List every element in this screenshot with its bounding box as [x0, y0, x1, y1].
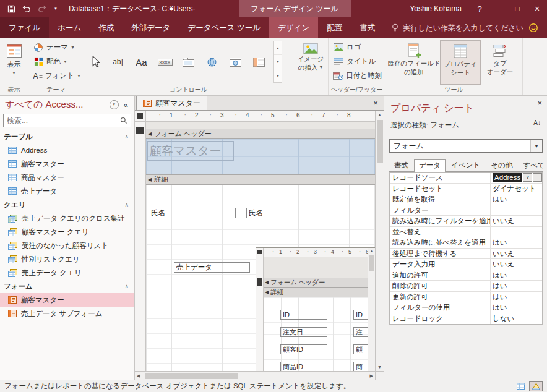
subform-field-label[interactable]: 注文日	[280, 327, 327, 337]
property-builder-button[interactable]: ...	[533, 173, 542, 182]
property-label[interactable]: 更新の許可	[390, 292, 491, 302]
property-value[interactable]: はい	[491, 302, 542, 313]
tab-control-button[interactable]	[177, 51, 200, 72]
property-value[interactable]: いいえ	[491, 216, 542, 226]
navigation-control-button[interactable]	[248, 51, 270, 72]
property-value[interactable]: はい	[491, 281, 542, 291]
horizontal-scrollbar[interactable]: ◀ ▶	[135, 371, 375, 380]
tab-home[interactable]: ホーム	[49, 17, 90, 38]
vertical-scrollbar[interactable]: ▲ ▼	[375, 111, 384, 371]
nav-item[interactable]: Address	[0, 143, 134, 157]
name-textbox-control[interactable]: 氏名	[246, 208, 366, 218]
property-tab-all[interactable]: すべて	[518, 159, 547, 171]
nav-item[interactable]: 売上データ	[0, 184, 134, 198]
view-button[interactable]: 表示 ▼	[2, 40, 25, 86]
property-label[interactable]: フィルター	[390, 205, 491, 216]
sales-data-label-control[interactable]: 売上データ	[174, 262, 250, 273]
nav-item[interactable]: 売上データ サブフォーム	[0, 307, 134, 320]
tab-arrange[interactable]: 配置	[318, 17, 351, 38]
sort-az-icon[interactable]: A↓	[533, 119, 541, 126]
subform-detail-bar[interactable]: ◀ 詳細	[264, 288, 368, 297]
property-value[interactable]: いいえ	[491, 249, 542, 259]
select-tool-icon[interactable]	[87, 56, 104, 69]
detail-section[interactable]: 氏名 氏名 売上データ ·1·2·3·4·5·6 ◀ フォーム ヘッダー ◀ 詳…	[146, 185, 375, 371]
datasheet-view-button[interactable]	[514, 381, 527, 391]
property-label[interactable]: データ入力用	[390, 259, 491, 270]
tab-format[interactable]: 書式	[351, 17, 384, 38]
property-value[interactable]: はい	[491, 292, 542, 302]
minimize-button[interactable]: ─	[488, 0, 507, 17]
property-value[interactable]: はい	[491, 194, 542, 205]
nav-item[interactable]: 顧客マスター	[0, 157, 134, 171]
themes-button[interactable]: テーマ ▼	[31, 40, 81, 54]
combo-dropdown-icon[interactable]: ▼	[530, 140, 542, 152]
nav-item[interactable]: 受注のなかった顧客リスト	[0, 239, 134, 252]
label-control-button[interactable]: Aa	[130, 51, 153, 72]
title-button[interactable]: タイトル	[331, 54, 382, 69]
selection-combo[interactable]: フォーム ▼	[389, 139, 543, 153]
property-label[interactable]: 追加の許可	[390, 270, 491, 281]
tab-external-data[interactable]: 外部データ	[123, 17, 179, 38]
property-value[interactable]: Address∨...	[491, 173, 542, 183]
scroll-thumb[interactable]	[145, 373, 238, 379]
form-header-section[interactable]: 顧客マスター	[146, 139, 375, 174]
subform-header-bar[interactable]: ◀ フォーム ヘッダー	[264, 278, 368, 288]
nav-item[interactable]: 顧客マスター クエリ	[0, 225, 134, 239]
property-dropdown-button[interactable]: ∨	[523, 173, 532, 182]
tab-design[interactable]: デザイン	[269, 17, 318, 38]
scroll-thumb[interactable]	[377, 120, 383, 163]
horizontal-ruler[interactable]: ·1·2·3·4·5·6·7·8	[135, 111, 375, 122]
property-tab-data[interactable]: データ	[414, 159, 446, 172]
search-input[interactable]	[7, 116, 118, 125]
controls-more-icon[interactable]: ▾	[274, 69, 282, 82]
subform-field-label[interactable]: 顧客ID	[280, 344, 327, 354]
add-existing-fields-button[interactable]: 既存のフィールド の追加	[388, 40, 440, 85]
nav-filter-icon[interactable]: ▼	[110, 100, 119, 109]
property-label[interactable]: レコードロック	[390, 313, 491, 325]
hyperlink-control-button[interactable]	[200, 51, 223, 72]
nav-group-header[interactable]: フォーム∧	[0, 279, 134, 293]
property-label[interactable]: 後処理まで待機する	[390, 249, 491, 259]
scroll-left-icon[interactable]: ◀	[137, 372, 140, 380]
scroll-down-icon[interactable]: ▼	[376, 365, 384, 369]
maximize-button[interactable]: □	[507, 0, 527, 17]
document-close-icon[interactable]: ×	[368, 96, 384, 110]
detail-bar[interactable]: ◀ 詳細	[146, 174, 375, 185]
design-surface[interactable]: ◀ フォーム ヘッダー 顧客マスター ◀ 詳細 氏名 氏名 売上データ ·1·2…	[146, 122, 375, 371]
scroll-down-icon[interactable]: ▼	[274, 55, 282, 69]
property-value[interactable]: はい	[491, 270, 542, 281]
shutter-bar-icon[interactable]: «	[123, 100, 129, 109]
property-tab-other[interactable]: その他	[486, 159, 517, 171]
subform-field-label[interactable]: 商品ID	[280, 362, 327, 371]
colors-button[interactable]: 配色 ▼	[31, 54, 81, 69]
nav-item[interactable]: 商品マスター	[0, 171, 134, 184]
property-value[interactable]: しない	[491, 313, 542, 325]
property-value[interactable]	[491, 205, 542, 216]
scroll-up-icon[interactable]: ▲	[274, 41, 282, 55]
scroll-up-icon[interactable]: ▲	[376, 113, 384, 117]
subform-field-label[interactable]: ID	[280, 310, 327, 320]
sales-subform[interactable]: ·1·2·3·4·5·6 ◀ フォーム ヘッダー ◀ 詳細 ▲ IDID注文日注…	[256, 247, 375, 371]
nav-item[interactable]: 顧客マスター	[0, 293, 134, 307]
nav-item[interactable]: 売上データ クエリ	[0, 266, 134, 279]
subform-ruler[interactable]: ·1·2·3·4·5·6	[264, 248, 368, 257]
property-label[interactable]: 読み込み時に並べ替えを適用	[390, 237, 491, 248]
name-label-control[interactable]: 氏名	[149, 208, 236, 218]
vertical-ruler[interactable]	[135, 122, 146, 371]
design-view-button[interactable]	[529, 381, 543, 391]
textbox-control-button[interactable]: ab|	[106, 51, 129, 72]
property-sheet-button[interactable]: プロパティ シート	[440, 40, 481, 85]
nav-pane-title[interactable]: すべての Access...	[5, 99, 106, 111]
form-title-label[interactable]: 顧客マスター	[147, 141, 234, 161]
qat-customize-icon[interactable]: ▾	[53, 3, 59, 14]
property-value[interactable]	[491, 227, 542, 237]
property-label[interactable]: フィルターの使用	[390, 302, 491, 313]
tab-database-tools[interactable]: データベース ツール	[179, 17, 269, 38]
property-label[interactable]: 削除の許可	[390, 281, 491, 291]
tab-create[interactable]: 作成	[90, 17, 123, 38]
nav-group-header[interactable]: テーブル∧	[0, 130, 134, 143]
feedback-smiley-icon[interactable]	[528, 17, 547, 38]
subform-scrollbar[interactable]: ▲	[368, 248, 375, 371]
tab-file[interactable]: ファイル	[0, 17, 49, 38]
property-value[interactable]: はい	[491, 237, 542, 248]
